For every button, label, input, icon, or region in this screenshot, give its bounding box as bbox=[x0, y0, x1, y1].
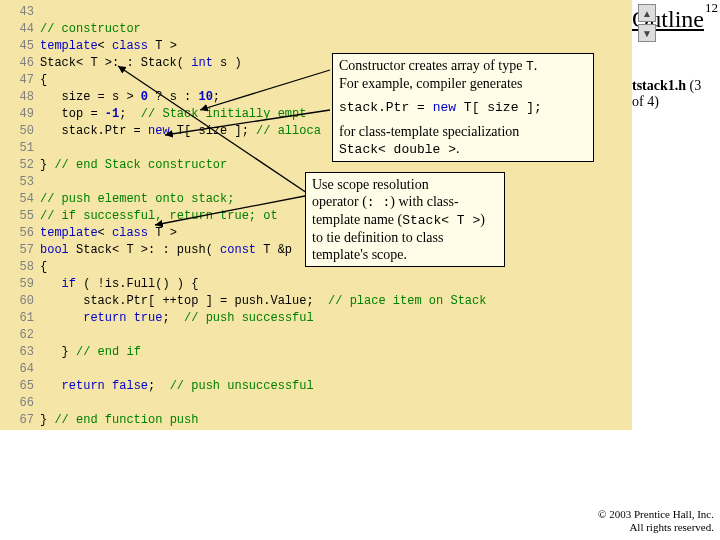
code-text: ; bbox=[148, 379, 170, 393]
comment: // if successful, return true; ot bbox=[40, 209, 278, 223]
keyword: new bbox=[433, 100, 456, 115]
callout-text: template's scope. bbox=[312, 246, 498, 263]
code-text bbox=[40, 379, 62, 393]
comment: // push element onto stack; bbox=[40, 192, 234, 206]
code-text: T &p bbox=[256, 243, 292, 257]
code-text: T > bbox=[148, 39, 177, 53]
line-number: 54 bbox=[0, 191, 34, 208]
line-number-gutter: 43 44 45 46 47 48 49 50 51 52 53 54 55 5… bbox=[0, 0, 40, 430]
code-text: } bbox=[40, 345, 76, 359]
keyword: false bbox=[112, 379, 148, 393]
file-name: tstack1.h bbox=[632, 78, 686, 93]
code-inline: T bbox=[526, 59, 534, 74]
keyword: if bbox=[62, 277, 76, 291]
callout-text: to tie definition to class bbox=[312, 229, 498, 246]
callout-constructor-array: Constructor creates array of type T. For… bbox=[332, 53, 594, 162]
callout-line: ) with class- bbox=[390, 194, 458, 209]
keyword: true bbox=[134, 311, 163, 325]
line-number: 50 bbox=[0, 123, 34, 140]
line-number: 49 bbox=[0, 106, 34, 123]
line-number: 52 bbox=[0, 157, 34, 174]
code-text bbox=[40, 277, 62, 291]
nav-down-button[interactable]: ▼ bbox=[638, 24, 656, 42]
callout-text: for class-template specialization bbox=[339, 123, 587, 140]
keyword: class bbox=[112, 226, 148, 240]
line-number: 61 bbox=[0, 310, 34, 327]
line-number: 59 bbox=[0, 276, 34, 293]
code-text: s ) bbox=[213, 56, 242, 70]
line-number: 57 bbox=[0, 242, 34, 259]
line-number: 63 bbox=[0, 344, 34, 361]
code-text: T > bbox=[148, 226, 177, 240]
code-text: size = s > bbox=[40, 90, 141, 104]
number: -1 bbox=[105, 107, 119, 121]
line-number: 56 bbox=[0, 225, 34, 242]
line-number: 66 bbox=[0, 395, 34, 412]
code-text bbox=[126, 311, 133, 325]
line-number: 43 bbox=[0, 4, 34, 21]
footer: © 2003 Prentice Hall, Inc. All rights re… bbox=[598, 508, 714, 534]
nav-up-button[interactable]: ▲ bbox=[638, 4, 656, 22]
line-number: 55 bbox=[0, 208, 34, 225]
callout-line: . bbox=[534, 58, 538, 73]
callout-text: Use scope resolution bbox=[312, 176, 498, 193]
code-inline: Stack< T > bbox=[402, 213, 480, 228]
comment: // end Stack constructor bbox=[54, 158, 227, 172]
code-text: T[ size ]; bbox=[456, 100, 542, 115]
keyword: template bbox=[40, 226, 98, 240]
keyword: return bbox=[62, 379, 105, 393]
code-text: stack.Ptr[ ++top ] = push.Value; bbox=[40, 294, 328, 308]
keyword: int bbox=[191, 56, 213, 70]
line-number: 47 bbox=[0, 72, 34, 89]
callout-text: Stack< double >. bbox=[339, 140, 587, 158]
number: 10 bbox=[198, 90, 212, 104]
line-number: 45 bbox=[0, 38, 34, 55]
page-number: 12 bbox=[705, 0, 718, 16]
callout-line: Constructor creates array of type bbox=[339, 58, 526, 73]
code-text: Stack< T >: : push( bbox=[69, 243, 220, 257]
keyword: bool bbox=[40, 243, 69, 257]
code-inline: Stack< double > bbox=[339, 142, 456, 157]
code-text: stack.Ptr = bbox=[40, 124, 148, 138]
code-text: ? s : bbox=[148, 90, 198, 104]
comment: // constructor bbox=[40, 22, 141, 36]
file-label: tstack1.h (3 of 4) bbox=[632, 78, 716, 110]
line-number: 51 bbox=[0, 140, 34, 157]
comment: // end function push bbox=[54, 413, 198, 427]
outline-panel: 12 Outline ▲ ▼ tstack1.h (3 of 4) bbox=[632, 0, 720, 540]
code-text: stack.Ptr = bbox=[339, 100, 433, 115]
keyword: return bbox=[83, 311, 126, 325]
keyword: class bbox=[112, 39, 148, 53]
rights-text: All rights reserved. bbox=[598, 521, 714, 534]
code-inline: : : bbox=[367, 195, 390, 210]
callout-line: template name ( bbox=[312, 212, 402, 227]
code-text: } bbox=[40, 158, 54, 172]
comment: // place item on Stack bbox=[328, 294, 486, 308]
line-number: 67 bbox=[0, 412, 34, 429]
callout-line: ) bbox=[480, 212, 485, 227]
callout-text: template name (Stack< T >) bbox=[312, 211, 498, 229]
line-number: 44 bbox=[0, 21, 34, 38]
code-text: < bbox=[98, 39, 112, 53]
keyword: new bbox=[148, 124, 170, 138]
copyright-text: © 2003 Prentice Hall, Inc. bbox=[598, 508, 714, 521]
line-number: 62 bbox=[0, 327, 34, 344]
line-number: 46 bbox=[0, 55, 34, 72]
code-text: ( !is.Full() ) { bbox=[76, 277, 198, 291]
code-text: T[ size ]; bbox=[170, 124, 256, 138]
comment: // Stack initially empt bbox=[141, 107, 307, 121]
comment: // push successful bbox=[184, 311, 314, 325]
code-text: ; bbox=[213, 90, 220, 104]
keyword: const bbox=[220, 243, 256, 257]
code-text: top = bbox=[40, 107, 105, 121]
code-text: < bbox=[98, 226, 112, 240]
line-number: 48 bbox=[0, 89, 34, 106]
line-number: 64 bbox=[0, 361, 34, 378]
code-text: { bbox=[40, 260, 47, 274]
code-text: ; bbox=[119, 107, 141, 121]
line-number: 65 bbox=[0, 378, 34, 395]
callout-text: operator (: :) with class- bbox=[312, 193, 498, 211]
callout-line: operator ( bbox=[312, 194, 367, 209]
line-number: 60 bbox=[0, 293, 34, 310]
callout-line: . bbox=[456, 141, 460, 156]
